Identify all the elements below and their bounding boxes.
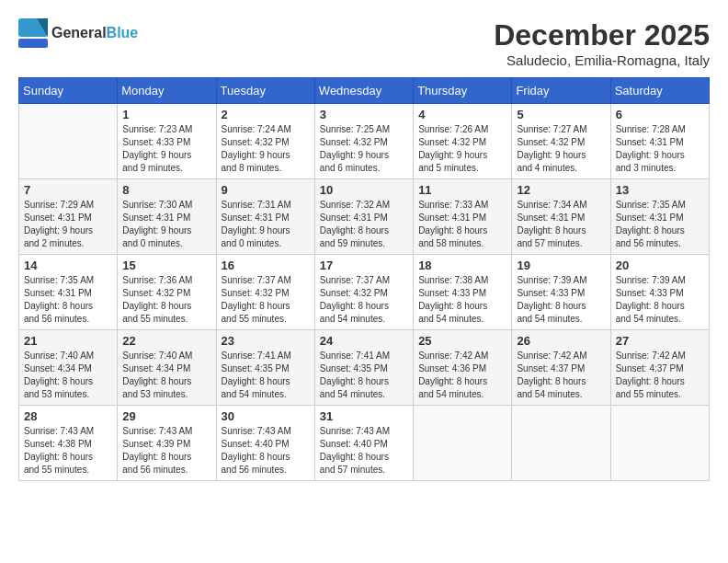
day-number: 16 — [222, 259, 310, 272]
day-info: Sunrise: 7:29 AMSunset: 4:31 PMDaylight:… — [24, 199, 112, 250]
calendar-cell: 7Sunrise: 7:29 AMSunset: 4:31 PMDaylight… — [19, 179, 118, 255]
month-title: December 2025 — [494, 18, 710, 52]
header-sunday: Sunday — [19, 78, 118, 104]
calendar-table: SundayMondayTuesdayWednesdayThursdayFrid… — [18, 77, 710, 481]
day-number: 25 — [418, 334, 506, 348]
calendar-cell: 17Sunrise: 7:37 AMSunset: 4:32 PMDayligh… — [314, 255, 413, 330]
calendar-cell: 5Sunrise: 7:27 AMSunset: 4:32 PMDaylight… — [512, 104, 610, 179]
day-number: 14 — [24, 259, 112, 272]
day-number: 18 — [418, 259, 506, 272]
calendar-cell: 19Sunrise: 7:39 AMSunset: 4:33 PMDayligh… — [512, 255, 610, 330]
location-subtitle: Saludecio, Emilia-Romagna, Italy — [494, 52, 710, 68]
day-info: Sunrise: 7:27 AMSunset: 4:32 PMDaylight:… — [517, 123, 605, 175]
day-info: Sunrise: 7:42 AMSunset: 4:37 PMDaylight:… — [616, 350, 704, 401]
day-info: Sunrise: 7:41 AMSunset: 4:35 PMDaylight:… — [222, 350, 310, 401]
day-number: 2 — [222, 108, 310, 121]
calendar-cell: 1Sunrise: 7:23 AMSunset: 4:33 PMDaylight… — [118, 104, 216, 179]
svg-rect-2 — [18, 39, 48, 48]
calendar-week-4: 21Sunrise: 7:40 AMSunset: 4:34 PMDayligh… — [19, 330, 710, 406]
calendar-week-2: 7Sunrise: 7:29 AMSunset: 4:31 PMDaylight… — [19, 179, 710, 255]
day-info: Sunrise: 7:34 AMSunset: 4:31 PMDaylight:… — [517, 199, 605, 250]
day-number: 13 — [616, 183, 704, 197]
logo-icon — [18, 18, 48, 48]
day-number: 8 — [122, 183, 210, 197]
day-number: 21 — [24, 334, 112, 348]
header-saturday: Saturday — [610, 78, 709, 104]
day-info: Sunrise: 7:35 AMSunset: 4:31 PMDaylight:… — [24, 274, 112, 326]
calendar-cell: 16Sunrise: 7:37 AMSunset: 4:32 PMDayligh… — [216, 255, 314, 330]
day-number: 10 — [320, 183, 408, 197]
calendar-cell — [512, 406, 610, 481]
calendar-cell: 26Sunrise: 7:42 AMSunset: 4:37 PMDayligh… — [512, 330, 610, 406]
day-info: Sunrise: 7:36 AMSunset: 4:32 PMDaylight:… — [122, 274, 210, 326]
day-number: 5 — [517, 108, 605, 121]
day-info: Sunrise: 7:42 AMSunset: 4:36 PMDaylight:… — [418, 350, 506, 401]
header-thursday: Thursday — [414, 78, 512, 104]
day-info: Sunrise: 7:43 AMSunset: 4:39 PMDaylight:… — [122, 425, 210, 477]
calendar-week-1: 1Sunrise: 7:23 AMSunset: 4:33 PMDaylight… — [19, 104, 710, 179]
calendar-cell: 12Sunrise: 7:34 AMSunset: 4:31 PMDayligh… — [512, 179, 610, 255]
day-info: Sunrise: 7:43 AMSunset: 4:40 PMDaylight:… — [320, 425, 408, 477]
day-number: 28 — [24, 409, 112, 423]
calendar-cell: 6Sunrise: 7:28 AMSunset: 4:31 PMDaylight… — [610, 104, 709, 179]
calendar-cell: 2Sunrise: 7:24 AMSunset: 4:32 PMDaylight… — [216, 104, 314, 179]
day-info: Sunrise: 7:31 AMSunset: 4:31 PMDaylight:… — [222, 199, 310, 250]
calendar-cell — [610, 406, 709, 481]
logo-text: GeneralBlue — [51, 25, 138, 41]
calendar-cell: 31Sunrise: 7:43 AMSunset: 4:40 PMDayligh… — [314, 406, 413, 481]
calendar-cell: 8Sunrise: 7:30 AMSunset: 4:31 PMDaylight… — [118, 179, 216, 255]
calendar-cell: 22Sunrise: 7:40 AMSunset: 4:34 PMDayligh… — [118, 330, 216, 406]
calendar-cell: 30Sunrise: 7:43 AMSunset: 4:40 PMDayligh… — [216, 406, 314, 481]
day-number: 31 — [320, 409, 408, 423]
day-number: 27 — [616, 334, 704, 348]
calendar-cell: 4Sunrise: 7:26 AMSunset: 4:32 PMDaylight… — [414, 104, 512, 179]
calendar-cell: 29Sunrise: 7:43 AMSunset: 4:39 PMDayligh… — [118, 406, 216, 481]
day-number: 22 — [122, 334, 210, 348]
calendar-cell: 9Sunrise: 7:31 AMSunset: 4:31 PMDaylight… — [216, 179, 314, 255]
day-info: Sunrise: 7:37 AMSunset: 4:32 PMDaylight:… — [222, 274, 310, 326]
day-number: 6 — [616, 108, 704, 121]
day-info: Sunrise: 7:41 AMSunset: 4:35 PMDaylight:… — [320, 350, 408, 401]
day-info: Sunrise: 7:38 AMSunset: 4:33 PMDaylight:… — [418, 274, 506, 326]
calendar-cell: 10Sunrise: 7:32 AMSunset: 4:31 PMDayligh… — [314, 179, 413, 255]
header-monday: Monday — [118, 78, 216, 104]
day-info: Sunrise: 7:39 AMSunset: 4:33 PMDaylight:… — [517, 274, 605, 326]
calendar-cell: 11Sunrise: 7:33 AMSunset: 4:31 PMDayligh… — [414, 179, 512, 255]
calendar-cell: 27Sunrise: 7:42 AMSunset: 4:37 PMDayligh… — [610, 330, 709, 406]
day-info: Sunrise: 7:37 AMSunset: 4:32 PMDaylight:… — [320, 274, 408, 326]
calendar-cell: 28Sunrise: 7:43 AMSunset: 4:38 PMDayligh… — [19, 406, 118, 481]
day-number: 19 — [517, 259, 605, 272]
day-info: Sunrise: 7:32 AMSunset: 4:31 PMDaylight:… — [320, 199, 408, 250]
day-number: 30 — [222, 409, 310, 423]
day-number: 24 — [320, 334, 408, 348]
day-info: Sunrise: 7:43 AMSunset: 4:38 PMDaylight:… — [24, 425, 112, 477]
header-wednesday: Wednesday — [314, 78, 413, 104]
day-info: Sunrise: 7:40 AMSunset: 4:34 PMDaylight:… — [24, 350, 112, 401]
day-info: Sunrise: 7:42 AMSunset: 4:37 PMDaylight:… — [517, 350, 605, 401]
calendar-cell — [19, 104, 118, 179]
day-number: 17 — [320, 259, 408, 272]
title-area: December 2025 Saludecio, Emilia-Romagna,… — [494, 18, 710, 68]
day-number: 12 — [517, 183, 605, 197]
day-info: Sunrise: 7:23 AMSunset: 4:33 PMDaylight:… — [122, 123, 210, 175]
calendar-cell: 3Sunrise: 7:25 AMSunset: 4:32 PMDaylight… — [314, 104, 413, 179]
day-number: 15 — [122, 259, 210, 272]
calendar-cell — [414, 406, 512, 481]
day-number: 4 — [418, 108, 506, 121]
header-friday: Friday — [512, 78, 610, 104]
header: GeneralBlue December 2025 Saludecio, Emi… — [18, 18, 710, 68]
calendar-cell: 24Sunrise: 7:41 AMSunset: 4:35 PMDayligh… — [314, 330, 413, 406]
day-number: 26 — [517, 334, 605, 348]
day-info: Sunrise: 7:26 AMSunset: 4:32 PMDaylight:… — [418, 123, 506, 175]
calendar-header-row: SundayMondayTuesdayWednesdayThursdayFrid… — [19, 78, 710, 104]
day-info: Sunrise: 7:35 AMSunset: 4:31 PMDaylight:… — [616, 199, 704, 250]
calendar-cell: 20Sunrise: 7:39 AMSunset: 4:33 PMDayligh… — [610, 255, 709, 330]
calendar-cell: 15Sunrise: 7:36 AMSunset: 4:32 PMDayligh… — [118, 255, 216, 330]
calendar-cell: 14Sunrise: 7:35 AMSunset: 4:31 PMDayligh… — [19, 255, 118, 330]
day-info: Sunrise: 7:25 AMSunset: 4:32 PMDaylight:… — [320, 123, 408, 175]
day-number: 23 — [222, 334, 310, 348]
day-info: Sunrise: 7:33 AMSunset: 4:31 PMDaylight:… — [418, 199, 506, 250]
day-number: 7 — [24, 183, 112, 197]
day-info: Sunrise: 7:39 AMSunset: 4:33 PMDaylight:… — [616, 274, 704, 326]
day-number: 11 — [418, 183, 506, 197]
